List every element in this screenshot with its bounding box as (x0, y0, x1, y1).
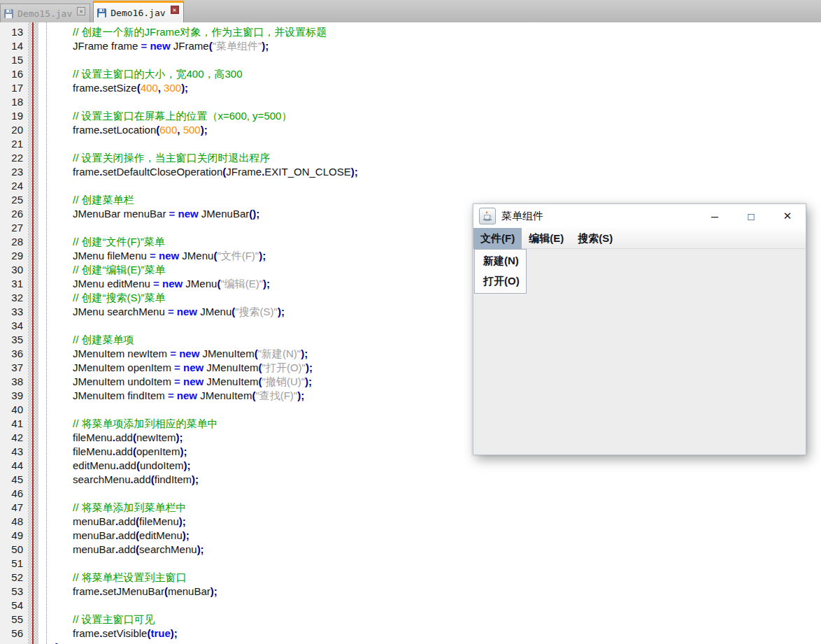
code-token: frame (73, 627, 99, 639)
code-token: JMenu (197, 306, 231, 317)
code-text: menuBar.add(searchMenu); (73, 543, 204, 557)
menu-item-open[interactable]: 打开(O) (475, 271, 526, 292)
code-line[interactable]: 54 (0, 599, 821, 613)
code-token: add (134, 473, 151, 485)
code-line[interactable]: 44editMenu.add(undoItem); (0, 459, 821, 473)
code-token: "查找(F)" (255, 389, 297, 401)
code-token: add (118, 515, 136, 527)
code-line[interactable]: 48menuBar.add(fileMenu); (0, 515, 821, 529)
code-line[interactable]: 22// 设置关闭操作，当主窗口关闭时退出程序 (0, 151, 821, 165)
line-number: 24 (0, 179, 23, 193)
code-line[interactable]: 21 (0, 137, 821, 151)
code-line[interactable]: 51 (0, 557, 821, 571)
code-token: setSize (103, 82, 137, 94)
code-line[interactable]: 46 (0, 487, 821, 501)
code-line[interactable]: 16// 设置主窗口的大小，宽400，高300 (0, 67, 821, 81)
maximize-button[interactable]: □ (733, 204, 769, 228)
code-token: ); (301, 348, 308, 359)
code-line[interactable]: 23frame.setDefaultCloseOperation(JFrame.… (0, 165, 821, 179)
swing-titlebar[interactable]: 菜单组件 – □ ✕ (473, 204, 806, 228)
tab-close-icon[interactable]: ✕ (77, 7, 85, 15)
code-token: ); (210, 585, 217, 597)
line-number: 30 (0, 263, 23, 277)
line-number: 55 (0, 613, 23, 627)
code-line[interactable]: 56frame.setVisible(true); (0, 627, 821, 641)
line-number: 23 (0, 165, 23, 179)
code-line[interactable]: 50menuBar.add(searchMenu); (0, 543, 821, 557)
floppy-disk-icon (3, 8, 14, 19)
tab-demo16jav[interactable]: Demo16.jav✕ (93, 1, 183, 22)
code-text: JMenuItem findItem = new JMenuItem("查找(F… (73, 389, 304, 403)
line-number: 53 (0, 585, 23, 599)
code-line[interactable]: 14JFrame frame = new JFrame("菜单组件"); (0, 39, 821, 53)
code-line[interactable]: 18 (0, 95, 821, 109)
code-token: EXIT_ON_CLOSE (264, 166, 350, 178)
code-token: = (168, 306, 177, 317)
close-button[interactable]: ✕ (769, 204, 806, 228)
code-token: ); (192, 473, 199, 485)
code-line[interactable]: 13// 创建一个新的JFrame对象，作为主窗口，并设置标题 (0, 25, 821, 39)
code-token: ); (263, 278, 270, 289)
line-number: 44 (0, 459, 23, 473)
code-text: frame.setSize(400, 300); (73, 81, 188, 95)
code-token: JMenuBar menuBar (73, 208, 169, 220)
code-line[interactable]: 47// 将菜单添加到菜单栏中 (0, 501, 821, 515)
code-text: JFrame frame = new JFrame("菜单组件"); (73, 39, 269, 53)
code-line[interactable]: 57} (0, 641, 821, 644)
menu-file[interactable]: 文件(F) (473, 228, 522, 249)
code-token: ); (262, 40, 269, 52)
minimize-button[interactable]: – (697, 204, 733, 228)
code-text: // 设置关闭操作，当主窗口关闭时退出程序 (73, 151, 271, 165)
code-line[interactable]: 24 (0, 179, 821, 193)
code-text: JMenuItem newItem = new JMenuItem("新建(N)… (73, 347, 308, 361)
code-line[interactable]: 53frame.setJMenuBar(menuBar); (0, 585, 821, 599)
code-text: // 创建菜单栏 (73, 193, 134, 207)
line-number: 13 (0, 25, 23, 39)
code-token: ); (183, 459, 190, 471)
code-token: // 将菜单项添加到相应的菜单中 (73, 417, 218, 429)
code-token: = (169, 208, 178, 220)
code-token: frame (73, 124, 99, 136)
menu-search[interactable]: 搜索(S) (571, 228, 620, 249)
code-token: menuBar (73, 543, 115, 555)
line-number: 39 (0, 389, 23, 403)
code-token: } (55, 641, 59, 644)
code-token: ); (183, 529, 190, 541)
code-text: menuBar.add(editMenu); (73, 529, 190, 543)
file-menu-dropdown: 新建(N)打开(O) (474, 249, 527, 294)
java-icon[interactable] (479, 208, 496, 224)
code-line[interactable]: 45searchMenu.add(findItem); (0, 473, 821, 487)
code-token: JMenu editMenu (73, 278, 153, 289)
code-token: JMenuItem (204, 375, 258, 387)
tab-demo15jav[interactable]: Demo15.jav✕ (0, 3, 90, 22)
code-line[interactable]: 55// 设置主窗口可见 (0, 613, 821, 627)
code-line[interactable]: 49menuBar.add(editMenu); (0, 529, 821, 543)
code-token: JFrame frame (73, 40, 141, 52)
code-token: JMenuItem findItem (73, 389, 168, 401)
code-line[interactable]: 19// 设置主窗口在屏幕上的位置（x=600, y=500） (0, 109, 821, 123)
tab-close-icon[interactable]: ✕ (171, 6, 179, 14)
line-number: 42 (0, 431, 23, 445)
line-number: 16 (0, 67, 23, 81)
code-text: JMenuItem undoItem = new JMenuItem("撤销(U… (73, 375, 312, 389)
code-line[interactable]: 17frame.setSize(400, 300); (0, 81, 821, 95)
line-number: 54 (0, 599, 23, 613)
line-number: 37 (0, 361, 23, 375)
code-line[interactable]: 20frame.setLocation(600, 500); (0, 123, 821, 137)
menu-edit[interactable]: 编辑(E) (522, 228, 571, 249)
code-text: JMenu searchMenu = new JMenu("搜索(S)"); (73, 305, 285, 319)
code-line[interactable]: 15 (0, 53, 821, 67)
code-token: JMenu (183, 278, 217, 289)
code-text: // 设置主窗口可见 (73, 613, 155, 627)
code-text: fileMenu.add(newItem); (73, 431, 183, 445)
line-number: 32 (0, 291, 23, 305)
code-token: // 设置主窗口的大小，宽400，高300 (73, 68, 243, 80)
code-text: JMenuItem openItem = new JMenuItem("打开(O… (73, 361, 313, 375)
menu-item-new[interactable]: 新建(N) (475, 251, 526, 271)
code-text: frame.setDefaultCloseOperation(JFrame.EX… (73, 165, 358, 179)
code-line[interactable]: 52// 将菜单栏设置到主窗口 (0, 571, 821, 585)
code-token: JMenuItem undoItem (73, 375, 174, 387)
code-text: frame.setLocation(600, 500); (73, 123, 208, 137)
code-token: add (118, 543, 136, 555)
code-token: new (162, 278, 183, 289)
